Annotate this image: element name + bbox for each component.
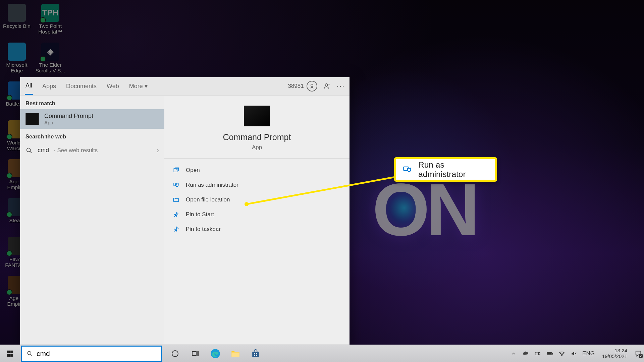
callout-text: Run as administrator [418, 160, 488, 179]
svg-rect-24 [548, 353, 551, 354]
svg-rect-20 [256, 355, 257, 356]
svg-rect-8 [10, 350, 13, 353]
svg-rect-19 [254, 355, 255, 356]
action-label: Open [186, 167, 200, 174]
battery-icon[interactable] [546, 350, 553, 357]
action-pin-to-start[interactable]: Pin to Start [170, 208, 343, 221]
preview-actions-list: OpenRun as administratorOpen file locati… [164, 159, 350, 241]
pin-icon [172, 211, 180, 218]
action-run-as-administrator[interactable]: Run as administrator [170, 179, 343, 191]
chevron-right-icon: › [157, 146, 159, 154]
result-preview-pane: Command Prompt App OpenRun as administra… [164, 96, 350, 345]
cmd-thumb-icon [25, 113, 39, 125]
svg-point-0 [311, 84, 313, 86]
svg-point-11 [28, 351, 31, 355]
tray-date: 19/05/2021 [602, 354, 627, 359]
cortana-button[interactable] [165, 345, 185, 362]
svg-rect-4 [173, 183, 176, 185]
action-label: Pin to taskbar [186, 226, 221, 233]
svg-rect-18 [256, 353, 257, 354]
svg-rect-15 [231, 352, 239, 357]
svg-rect-13 [192, 352, 196, 356]
tray-language[interactable]: ENG [582, 350, 595, 357]
result-command-prompt[interactable]: Command Prompt App [20, 109, 164, 129]
pin-icon [172, 226, 180, 233]
taskbar-app-explorer[interactable] [225, 345, 246, 362]
admin-icon [172, 181, 180, 189]
svg-point-2 [27, 148, 31, 152]
search-input[interactable] [37, 350, 156, 358]
svg-rect-7 [7, 350, 10, 353]
notification-count: 2 [639, 354, 643, 358]
search-icon [26, 350, 33, 357]
preview-subtitle: App [252, 144, 262, 151]
meet-now-icon[interactable] [534, 350, 541, 357]
tab-apps[interactable]: Apps [42, 78, 57, 95]
start-search-popup: All Apps Documents Web More ▾ 38981 ··· … [20, 77, 350, 345]
tab-more[interactable]: More ▾ [128, 78, 148, 95]
svg-rect-21 [535, 352, 539, 355]
volume-mute-icon[interactable] [570, 350, 578, 357]
action-label: Run as administrator [186, 182, 238, 188]
wifi-icon[interactable] [558, 350, 566, 357]
svg-rect-10 [10, 354, 13, 356]
tray-time: 13:24 [614, 348, 627, 354]
action-center-icon[interactable]: 2 [635, 350, 642, 357]
action-open[interactable]: Open [170, 164, 343, 177]
action-open-file-location[interactable]: Open file location [170, 193, 343, 206]
svg-point-12 [172, 351, 178, 357]
results-list-pane: Best match Command Prompt App Search the… [20, 96, 164, 345]
best-match-heading: Best match [20, 96, 164, 109]
cmd-preview-icon [244, 106, 270, 126]
taskbar: ENG 13:24 19/05/2021 2 [0, 345, 644, 362]
system-tray: ENG 13:24 19/05/2021 2 [510, 348, 644, 359]
svg-rect-16 [252, 352, 259, 357]
svg-rect-17 [254, 353, 255, 354]
preview-title: Command Prompt [223, 132, 291, 142]
tray-chevron-up-icon[interactable] [510, 350, 517, 357]
onedrive-icon[interactable] [522, 350, 529, 357]
callout-run-as-admin: Run as administrator [394, 157, 497, 182]
profile-icon[interactable] [323, 82, 331, 90]
tab-all[interactable]: All [25, 77, 33, 95]
taskbar-app-edge[interactable] [205, 345, 225, 362]
svg-rect-9 [7, 354, 10, 356]
rewards-badge-icon [307, 81, 317, 92]
action-pin-to-taskbar[interactable]: Pin to taskbar [170, 223, 343, 236]
svg-point-1 [325, 84, 327, 86]
taskbar-app-store[interactable] [246, 345, 266, 362]
taskbar-search-box[interactable] [21, 346, 162, 362]
tab-web[interactable]: Web [106, 78, 120, 95]
folder-icon [172, 196, 180, 203]
start-button[interactable] [0, 345, 20, 362]
web-result-cmd[interactable]: cmd - See web results › [20, 142, 164, 158]
more-options-icon[interactable]: ··· [337, 82, 345, 90]
result-type: App [44, 120, 93, 125]
admin-shield-icon [403, 165, 412, 174]
web-query-text: cmd [38, 147, 49, 154]
result-title: Command Prompt [44, 113, 93, 120]
svg-point-25 [561, 355, 562, 356]
action-label: Open file location [186, 196, 230, 203]
tray-clock[interactable]: 13:24 19/05/2021 [599, 348, 630, 359]
search-web-heading: Search the web [20, 129, 164, 142]
svg-rect-3 [174, 169, 177, 172]
svg-rect-23 [552, 353, 553, 354]
search-filter-tabs: All Apps Documents Web More ▾ 38981 ··· [20, 77, 350, 96]
rewards-points[interactable]: 38981 [288, 81, 317, 92]
web-hint-text: - See web results [54, 147, 98, 154]
search-icon [25, 147, 33, 154]
task-view-button[interactable] [185, 345, 205, 362]
action-label: Pin to Start [186, 211, 214, 218]
tab-documents[interactable]: Documents [65, 78, 97, 95]
callout-dot [245, 202, 249, 206]
open-icon [172, 167, 180, 174]
